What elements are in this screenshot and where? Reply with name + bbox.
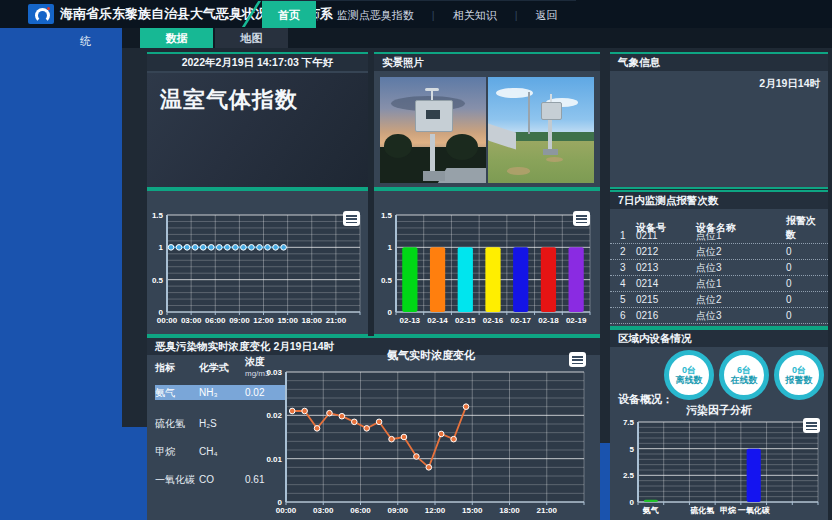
device-id: 0212 (636, 246, 696, 257)
row-index: 6 (620, 310, 636, 321)
svg-text:15:00: 15:00 (277, 316, 298, 325)
device-name: 点位3 (696, 309, 786, 323)
badge-count: 0台 (792, 365, 806, 375)
background-blue-strip (122, 427, 147, 520)
svg-text:0: 0 (388, 308, 393, 317)
svg-text:18:00: 18:00 (499, 506, 520, 515)
svg-text:02-14: 02-14 (427, 316, 448, 325)
left-sidebar: 统 (0, 28, 122, 520)
devices-panel: 区域内设备情况 设备概况： 0台 离线数 6台 在线数 0台 报警数 污染因子分… (610, 328, 828, 520)
logo-glyph-icon (35, 8, 50, 23)
row-index: 2 (620, 246, 636, 257)
svg-text:0: 0 (630, 498, 635, 507)
badge-label: 在线数 (731, 375, 758, 385)
logo-dot-icon (47, 7, 50, 10)
station-pole (548, 115, 552, 151)
tree-blob (384, 134, 412, 157)
tree-blob (446, 134, 478, 159)
svg-text:硫化氢: 硫化氢 (689, 506, 714, 515)
svg-text:02-13: 02-13 (400, 316, 421, 325)
device-id: 0214 (636, 278, 696, 289)
svg-text:21:00: 21:00 (326, 316, 347, 325)
svg-text:一氧化碳: 一氧化碳 (738, 506, 771, 515)
svg-text:1.5: 1.5 (381, 211, 393, 220)
tab-strip: 数据 地图 (122, 28, 832, 48)
device-name: 点位2 (696, 245, 786, 259)
weather-panel-title: 气象信息 (610, 54, 828, 71)
tab-map[interactable]: 地图 (215, 28, 288, 48)
svg-text:02-18: 02-18 (538, 316, 559, 325)
station-base (543, 149, 558, 155)
svg-text:00:00: 00:00 (157, 316, 178, 325)
alarm-count: 0 (786, 294, 818, 305)
main-nav: 首页 | 监测点恶臭指数 | 相关知识 | 返回 (262, 0, 576, 30)
nh3-trend-chart: 00.010.020.0300:0003:0006:0009:0012:0015… (266, 366, 596, 518)
light-pole (528, 92, 530, 134)
table-row: 2 0212 点位2 0 (610, 244, 828, 260)
table-row: 3 0213 点位3 0 (610, 260, 828, 276)
table-row: 5 0215 点位2 0 (610, 292, 828, 308)
menu-icon[interactable] (573, 211, 590, 226)
device-id: 0216 (636, 310, 696, 321)
nav-item-home[interactable]: 首页 (262, 1, 316, 29)
station-pole (430, 134, 435, 172)
svg-text:15:00: 15:00 (462, 506, 483, 515)
device-badges: 0台 离线数 6台 在线数 0台 报警数 (664, 350, 824, 400)
svg-text:1: 1 (159, 243, 164, 252)
svg-text:03:00: 03:00 (181, 316, 202, 325)
ground-path (438, 168, 486, 183)
svg-text:5: 5 (630, 445, 635, 454)
photo-field-station[interactable] (488, 77, 594, 183)
pollutant-formula: H₂S (199, 418, 245, 429)
svg-text:03:00: 03:00 (313, 506, 334, 515)
greenhouse-trend-chart: 00.511.500:0003:0006:0009:0012:0015:0018… (149, 193, 366, 332)
nav-item-back[interactable]: 返回 (518, 1, 576, 29)
alarm-count: 0 (786, 278, 818, 289)
clock-panel: 2022年2月19日 14:17:03 下午好 温室气体指数 (147, 52, 368, 189)
nav-item-knowledge[interactable]: 相关知识 (435, 1, 515, 29)
pollutant-name: 氨气 (155, 386, 199, 400)
svg-text:06:00: 06:00 (350, 506, 371, 515)
menu-icon[interactable] (343, 211, 360, 226)
svg-text:02-17: 02-17 (510, 316, 531, 325)
online-count-badge: 6台 在线数 (719, 350, 769, 400)
pollutant-formula: NH₃ (199, 387, 245, 398)
badge-label: 离线数 (676, 375, 703, 385)
alarms-panel: 7日内监测点报警次数 设备号 设备名称 报警次数 1 0211 点位1 0 2 … (610, 190, 828, 328)
device-id: 0213 (636, 262, 696, 273)
svg-text:1: 1 (388, 243, 393, 252)
svg-text:09:00: 09:00 (388, 506, 409, 515)
daily-index-panel: 00.511.502-1302-1402-1502-1602-1702-1802… (374, 189, 600, 336)
badge-count: 6台 (737, 365, 751, 375)
station-antenna (550, 94, 552, 102)
svg-text:06:00: 06:00 (205, 316, 226, 325)
photos-body (374, 73, 600, 187)
odor-concentration-panel: 恶臭污染物实时浓度变化 2月19日14时 指标 化学式 浓度 mg/m3 氨气 … (147, 336, 600, 520)
alarm-count: 0 (786, 246, 818, 257)
svg-text:02-19: 02-19 (566, 316, 587, 325)
badge-count: 0台 (682, 365, 696, 375)
dirt-patch (546, 157, 563, 162)
station-box (541, 102, 562, 120)
title-wrap-char: 统 (80, 34, 91, 49)
badge-label: 报警数 (786, 375, 813, 385)
greenhouse-trend-panel: 00.511.500:0003:0006:0009:0012:0015:0018… (147, 189, 368, 336)
col-formula: 化学式 (199, 362, 245, 373)
menu-icon[interactable] (569, 352, 586, 367)
col-indicator: 指标 (155, 362, 199, 373)
nav-item-odor-index[interactable]: 监测点恶臭指数 (319, 1, 432, 29)
row-index: 1 (620, 230, 636, 241)
pollution-factor-chart: 02.557.5氨气硫化氢甲烷一氧化碳 (612, 416, 826, 518)
svg-text:0.01: 0.01 (266, 455, 282, 464)
svg-text:2.5: 2.5 (623, 471, 635, 480)
device-name: 点位2 (696, 293, 786, 307)
pollutant-formula: CH₄ (199, 446, 245, 457)
weather-time: 2月19日14时 (759, 77, 820, 91)
pollutant-name: 甲烷 (155, 445, 199, 459)
station-base (423, 171, 444, 181)
tab-data[interactable]: 数据 (140, 28, 213, 48)
device-id: 0211 (636, 230, 696, 241)
device-name: 点位1 (696, 277, 786, 291)
photo-sunset-station[interactable] (380, 77, 486, 183)
menu-icon[interactable] (803, 418, 820, 433)
